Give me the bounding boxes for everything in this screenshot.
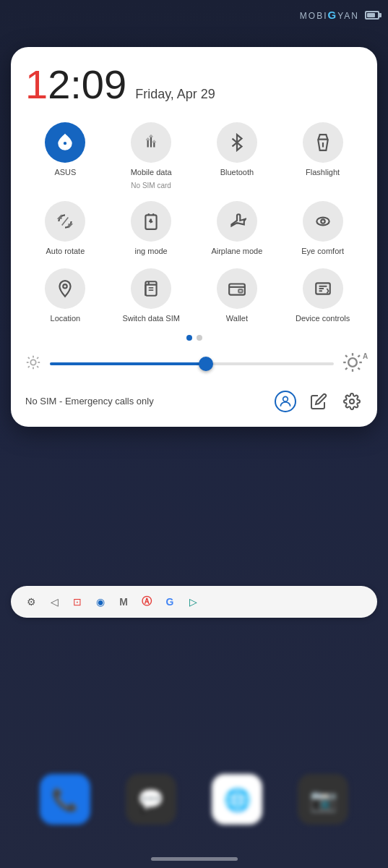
settings-notif-icon[interactable]: ⚙ bbox=[22, 593, 40, 610]
toggle-eye-comfort[interactable]: Eye comfort bbox=[283, 201, 363, 256]
brightness-thumb[interactable] bbox=[199, 357, 213, 371]
gmail-notif-icon[interactable]: M bbox=[115, 593, 132, 610]
toggle-charging-mode[interactable]: ing mode bbox=[111, 201, 191, 256]
screenshot-notif-icon[interactable]: ⊡ bbox=[69, 593, 86, 610]
toggle-switch-sim[interactable]: Switch data SIM bbox=[111, 268, 191, 323]
battery-indicator bbox=[365, 11, 379, 20]
svg-line-21 bbox=[28, 357, 30, 359]
watermark: MOBIGYAN bbox=[300, 9, 379, 21]
bluetooth-circle[interactable] bbox=[217, 122, 257, 163]
time-rest: 2:09 bbox=[48, 61, 126, 107]
time-first-digit: 1 bbox=[25, 61, 48, 107]
toggle-asus[interactable]: ASUS bbox=[25, 122, 105, 190]
toggle-row-1: ASUS Mobile data No SIM card Bluetooth bbox=[25, 122, 363, 190]
google-notif-icon[interactable]: G bbox=[161, 593, 178, 610]
svg-line-31 bbox=[358, 367, 359, 369]
brightness-high-icon: A bbox=[342, 352, 363, 376]
asus-circle[interactable] bbox=[45, 122, 85, 163]
svg-line-32 bbox=[345, 367, 347, 369]
brightness-slider[interactable] bbox=[50, 362, 334, 365]
navigation-bar bbox=[151, 857, 238, 861]
airplane-circle[interactable] bbox=[217, 201, 257, 242]
device-controls-circle[interactable] bbox=[303, 268, 343, 309]
flashlight-label: Flashlight bbox=[306, 167, 340, 177]
home-app-icons: 📞 💬 🌐 📷 bbox=[0, 774, 388, 825]
play-notif-icon[interactable]: ▷ bbox=[184, 593, 202, 610]
chrome-icon: 🌐 bbox=[212, 774, 262, 825]
brightness-row: A bbox=[25, 352, 363, 376]
svg-line-2 bbox=[62, 218, 69, 226]
svg-point-35 bbox=[350, 399, 354, 404]
svg-rect-9 bbox=[146, 281, 157, 296]
toggle-location[interactable]: Location bbox=[25, 268, 105, 323]
mobile-data-sublabel: No SIM card bbox=[131, 182, 171, 190]
date-display: Friday, Apr 29 bbox=[135, 87, 215, 102]
eye-comfort-circle[interactable] bbox=[303, 201, 343, 242]
time-display: 12:09 bbox=[25, 64, 126, 105]
settings-button[interactable] bbox=[341, 391, 363, 412]
device-controls-label: Device controls bbox=[296, 313, 350, 323]
svg-rect-14 bbox=[238, 289, 242, 292]
toggle-bluetooth[interactable]: Bluetooth bbox=[197, 122, 277, 190]
bluetooth-label: Bluetooth bbox=[220, 167, 254, 177]
brightness-low-icon bbox=[25, 354, 41, 374]
svg-point-8 bbox=[64, 284, 67, 288]
wifi-notif-icon[interactable]: ◉ bbox=[92, 593, 109, 610]
user-avatar-button[interactable] bbox=[275, 391, 296, 412]
phone-icon: 📞 bbox=[40, 774, 90, 825]
av-notif-icon[interactable]: Ⓐ bbox=[138, 593, 155, 610]
auto-rotate-label: Auto rotate bbox=[46, 246, 85, 256]
svg-line-22 bbox=[37, 366, 38, 367]
location-circle[interactable] bbox=[45, 268, 85, 309]
watermark-text: MOBIGYAN bbox=[300, 9, 359, 21]
toggle-row-3: Location Switch data SIM bbox=[25, 268, 363, 323]
toggle-row-2: Auto rotate ing mode Airplane mode bbox=[25, 201, 363, 256]
wallet-label: Wallet bbox=[226, 313, 248, 323]
time-date-row: 12:09 Friday, Apr 29 bbox=[25, 64, 363, 105]
svg-point-34 bbox=[283, 396, 288, 401]
svg-line-30 bbox=[345, 355, 347, 357]
sim-status: No SIM - Emergency calls only bbox=[25, 396, 154, 407]
toggle-device-controls[interactable]: Device controls bbox=[283, 268, 363, 323]
brightness-fill bbox=[50, 362, 206, 365]
svg-point-25 bbox=[348, 358, 357, 367]
nav-notif-icon[interactable]: ◁ bbox=[46, 593, 63, 610]
svg-point-0 bbox=[64, 142, 66, 145]
mobile-data-label: Mobile data bbox=[131, 167, 172, 177]
charging-mode-label: ing mode bbox=[134, 246, 167, 256]
auto-rotate-circle[interactable] bbox=[45, 201, 85, 242]
svg-line-24 bbox=[37, 357, 38, 359]
bottom-status-bar: No SIM - Emergency calls only bbox=[25, 391, 363, 412]
bottom-actions bbox=[275, 391, 363, 412]
svg-point-16 bbox=[30, 359, 35, 365]
svg-point-7 bbox=[321, 220, 324, 224]
location-label: Location bbox=[51, 313, 81, 323]
toggle-wallet[interactable]: Wallet bbox=[197, 268, 277, 323]
toggle-flashlight[interactable]: Flashlight bbox=[283, 122, 363, 190]
toggle-auto-rotate[interactable]: Auto rotate bbox=[25, 201, 105, 256]
switch-sim-circle[interactable] bbox=[131, 268, 171, 309]
switch-sim-label: Switch data SIM bbox=[122, 313, 179, 323]
svg-line-33 bbox=[358, 355, 359, 357]
camera-icon: 📷 bbox=[298, 774, 348, 825]
toggle-airplane[interactable]: Airplane mode bbox=[197, 201, 277, 256]
eye-comfort-label: Eye comfort bbox=[301, 246, 344, 256]
quick-settings-panel: 12:09 Friday, Apr 29 ASUS Mobile data No… bbox=[11, 47, 377, 427]
svg-line-23 bbox=[28, 366, 30, 367]
charging-mode-circle[interactable] bbox=[131, 201, 171, 242]
page-indicator bbox=[25, 335, 363, 341]
dot-2[interactable] bbox=[197, 335, 202, 341]
airplane-label: Airplane mode bbox=[211, 246, 262, 256]
edit-button[interactable] bbox=[308, 391, 329, 412]
messages-icon: 💬 bbox=[126, 774, 176, 825]
wallet-circle[interactable] bbox=[217, 268, 257, 309]
notification-bar: ⚙ ◁ ⊡ ◉ M Ⓐ G ▷ bbox=[11, 586, 377, 618]
dot-1[interactable] bbox=[186, 335, 192, 341]
asus-label: ASUS bbox=[54, 167, 76, 177]
flashlight-circle[interactable] bbox=[303, 122, 343, 163]
toggle-mobile-data[interactable]: Mobile data No SIM card bbox=[111, 122, 191, 190]
mobile-data-circle[interactable] bbox=[131, 122, 171, 163]
